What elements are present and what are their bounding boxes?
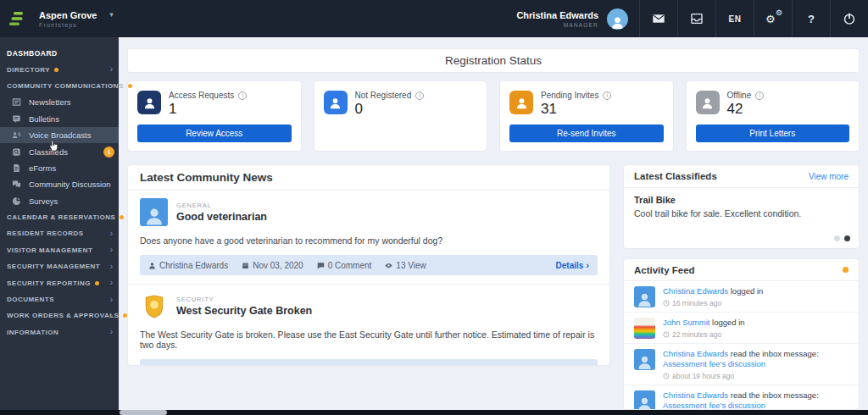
brand-label: Frontsteps <box>39 22 114 28</box>
sidebar-item-community-communications[interactable]: COMMUNITY COMMUNICATIONS › <box>0 78 119 94</box>
comment-icon <box>317 262 325 269</box>
sidebar-item-bulletins[interactable]: Bulletins <box>0 111 119 127</box>
person-icon <box>148 262 156 269</box>
activity-avatar <box>634 349 655 370</box>
sidebar-item-label: INFORMATION <box>7 329 58 336</box>
sidebar-item-label: Surveys <box>29 196 58 206</box>
inbox-button[interactable] <box>677 0 715 37</box>
sidebar-item-label: eForms <box>29 163 56 173</box>
sidebar-item-label: DOCUMENTS <box>7 296 54 303</box>
sidebar-item-dashboard[interactable]: DASHBOARD <box>0 45 119 61</box>
messages-button[interactable] <box>639 0 677 37</box>
user-avatar[interactable] <box>607 8 628 30</box>
sidebar-item-eforms[interactable]: eForms <box>0 160 119 176</box>
notification-dot <box>54 68 58 72</box>
post-views-text: 13 View <box>396 261 426 270</box>
resend-invites-button[interactable]: Re-send Invites <box>509 125 664 142</box>
scrollbar-thumb[interactable] <box>120 410 167 415</box>
sidebar-item-directory[interactable]: DIRECTORY › <box>0 61 119 77</box>
language-button[interactable]: EN <box>715 0 754 37</box>
chevron-right-icon: › <box>110 213 113 222</box>
sidebar-item-label: VISITOR MANAGEMENT <box>7 246 92 254</box>
settings-button[interactable]: ⚙⚙ <box>754 0 792 37</box>
activity-user-link[interactable]: Christina Edwards <box>663 390 728 400</box>
sidebar-item-label: WORK ORDERS & APPROVALS <box>7 312 119 319</box>
post-category: GENERAL <box>176 202 267 209</box>
print-letters-button[interactable]: Print Letters <box>696 125 850 142</box>
sidebar-item-classifieds[interactable]: Classifieds 1 <box>0 143 119 159</box>
post-meta-bar: Christina Edwards Nov 03, 2020 0 Comment… <box>140 255 598 275</box>
post-title[interactable]: Good veterinarian <box>176 211 267 223</box>
sidebar-item-security-management[interactable]: SECURITY MANAGEMENT › <box>0 258 119 274</box>
details-link[interactable]: Details› <box>556 261 589 270</box>
activity-user-link[interactable]: Christina Edwards <box>663 349 728 358</box>
eform-icon <box>12 163 21 173</box>
sidebar-item-work-orders-approvals[interactable]: WORK ORDERS & APPROVALS › <box>0 307 119 324</box>
help-button[interactable]: ? <box>792 0 830 37</box>
sidebar-item-label: COMMUNITY COMMUNICATIONS <box>7 82 124 90</box>
notification-dot <box>128 84 132 88</box>
sidebar-item-label: DASHBOARD <box>7 49 58 58</box>
panel-header: Activity Feed <box>624 259 859 281</box>
stat-value: 1 <box>169 101 176 118</box>
news-post: GENERAL Good veterinarian Does anyone ha… <box>128 191 609 275</box>
info-icon[interactable] <box>755 91 764 100</box>
post-views: 13 View <box>385 261 426 270</box>
logout-button[interactable] <box>830 0 868 37</box>
info-icon[interactable] <box>415 91 424 100</box>
carousel-dot[interactable] <box>834 235 840 241</box>
details-link[interactable]: Details› <box>556 365 589 367</box>
activity-user-link[interactable]: John Summit <box>663 318 709 327</box>
activity-text: Christina Edwards read the inbox message… <box>663 349 849 369</box>
community-name[interactable]: Aspen Grove <box>39 10 97 20</box>
sidebar-item-information[interactable]: INFORMATION › <box>0 324 119 340</box>
clock-icon <box>663 331 670 338</box>
stat-card-pending-invites: Pending Invites 31 Re-send Invites <box>499 80 674 152</box>
stat-label: Access Requests <box>169 91 247 100</box>
chevron-right-icon: › <box>110 296 113 304</box>
community-selector[interactable]: Aspen Grove ▼ Frontsteps <box>39 10 114 28</box>
horizontal-scrollbar[interactable] <box>0 410 868 415</box>
classifieds-count-badge: 1 <box>103 147 114 158</box>
activity-message-link[interactable]: Assessment fee's discussion <box>663 401 765 410</box>
info-icon[interactable] <box>238 91 247 100</box>
person-icon <box>509 91 533 114</box>
sidebar-item-community-discussion[interactable]: Community Discussion <box>0 176 119 192</box>
sidebar-item-security-reporting[interactable]: SECURITY REPORTING › <box>0 274 119 290</box>
sidebar-item-surveys[interactable]: Surveys <box>0 193 119 209</box>
activity-time: about 19 hours ago <box>663 372 849 380</box>
activity-item: Christina Edwards logged in 16 minutes a… <box>624 281 859 313</box>
post-body: Does anyone have a good veterinarian to … <box>140 235 598 246</box>
top-bar: Aspen Grove ▼ Frontsteps Christina Edwar… <box>0 0 868 37</box>
activity-time-text: 22 minutes ago <box>672 330 721 339</box>
sidebar-item-documents[interactable]: DOCUMENTS › <box>0 291 119 307</box>
post-title[interactable]: West Security Gate Broken <box>176 305 312 317</box>
carousel-dot-active[interactable] <box>844 235 850 241</box>
activity-item: Christina Edwards read the inbox message… <box>624 385 859 410</box>
sidebar-item-visitor-management[interactable]: VISITOR MANAGEMENT › <box>0 242 119 258</box>
post-views: 26 View <box>224 365 264 367</box>
activity-time-text: 16 minutes ago <box>672 299 721 307</box>
details-label: Details <box>556 261 584 270</box>
registration-cards-row: Access Requests 1 Review Access Not Regi… <box>127 80 860 152</box>
review-access-button[interactable]: Review Access <box>137 125 292 142</box>
power-icon <box>843 12 856 25</box>
classifieds-panel: Latest Classifieds View more Trail Bike … <box>623 164 860 249</box>
activity-text: Christina Edwards logged in <box>663 286 763 296</box>
panel-header: Latest Classifieds View more <box>624 165 859 188</box>
inbox-icon <box>690 12 704 25</box>
sidebar-item-newsletters[interactable]: Newsletters <box>0 94 119 110</box>
sidebar-item-resident-records[interactable]: RESIDENT RECORDS › <box>0 225 119 241</box>
info-icon[interactable] <box>603 91 611 100</box>
sidebar-item-label: RESIDENT RECORDS <box>7 230 84 237</box>
chevron-right-icon: › <box>110 230 113 238</box>
classified-item[interactable]: Trail Bike Cool trail bike for sale. Exc… <box>624 188 859 219</box>
sidebar-item-voice-broadcasts[interactable]: Voice Broadcasts <box>0 127 119 143</box>
sidebar-item-label: SECURITY REPORTING <box>7 279 91 287</box>
view-more-link[interactable]: View more <box>809 172 849 181</box>
activity-user-link[interactable]: Christina Edwards <box>663 286 728 296</box>
activity-message-link[interactable]: Assessment fee's discussion <box>663 359 765 368</box>
user-menu[interactable]: Christina Edwards MANAGER <box>505 0 639 37</box>
sidebar-item-calendar-reservations[interactable]: CALENDAR & RESERVATIONS › <box>0 209 119 225</box>
post-comments: 0 Comment <box>317 261 372 270</box>
